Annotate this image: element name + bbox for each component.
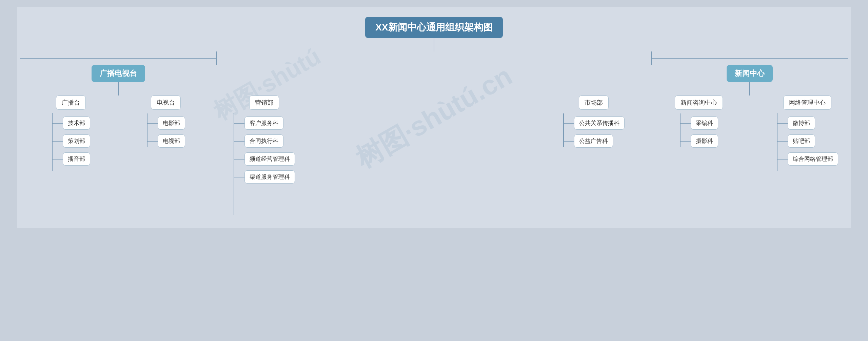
hl-qudao — [234, 177, 244, 177]
hline-right — [652, 58, 848, 59]
leaf-jishu: 技术部 — [63, 116, 90, 130]
leaf-hetongzx: 合同执行科 — [244, 134, 283, 148]
hl-jishu — [53, 123, 63, 124]
leaf-kehu: 客户服务科 — [244, 116, 283, 130]
root-vline — [434, 38, 434, 51]
node-guangbotai: 广播台 — [56, 95, 86, 110]
leaf-cehua: 策划部 — [63, 134, 90, 148]
hl-caibian — [680, 123, 691, 124]
leaf-caibian: 采编科 — [691, 116, 718, 130]
hl-weibo — [777, 123, 788, 124]
hl-gonggong — [564, 123, 574, 124]
leaf-qudao: 渠道服务管理科 — [244, 170, 295, 184]
org-chart: XX新闻中心通用组织架构图 广播电视台 — [24, 17, 844, 215]
hl-boyin — [53, 159, 63, 159]
node-guangbo: 广播电视台 — [92, 65, 145, 82]
leaf-sheying: 摄影科 — [691, 134, 718, 148]
leaf-weibo: 微博部 — [788, 116, 815, 130]
hl-dianshi — [147, 141, 158, 142]
root-node: XX新闻中心通用组织架构图 — [365, 17, 502, 38]
hl-pindao — [234, 159, 244, 159]
hl-cehua — [53, 141, 63, 142]
hl-hetongzx — [234, 141, 244, 142]
hl-sheying — [680, 141, 691, 142]
hl-dianying — [147, 123, 158, 124]
hl-kehu — [234, 123, 244, 124]
node-xinwenzx: 新闻咨询中心 — [675, 95, 723, 110]
hl-gongyi — [564, 141, 574, 142]
leaf-gongyi: 公益广告科 — [574, 134, 613, 148]
hl-zonghe — [777, 159, 788, 159]
vline-gb2 — [118, 82, 119, 95]
chart-container: 树图·shùtú.cn 树图·shùtú XX新闻中心通用组织架构图 广播电视台 — [17, 7, 851, 228]
leaf-pindao: 频道经营管理科 — [244, 152, 295, 166]
vline-xw2 — [749, 82, 750, 95]
node-xinwen: 新闻中心 — [727, 65, 773, 82]
leaf-tieba: 贴吧部 — [788, 134, 815, 148]
leaf-boyin: 播音部 — [63, 152, 90, 166]
leaf-dianying: 电影部 — [158, 116, 185, 130]
leaf-dianshi: 电视部 — [158, 134, 185, 148]
leaf-gonggong: 公共关系传播科 — [574, 116, 625, 130]
hline-left — [20, 58, 216, 59]
node-shichang: 市场部 — [579, 95, 609, 110]
node-dianshitai: 电视台 — [151, 95, 181, 110]
node-wangluo: 网络管理中心 — [783, 95, 831, 110]
leaf-zonghe: 综合网络管理部 — [788, 152, 838, 166]
node-yingxiao: 营销部 — [249, 95, 279, 110]
vline-gb — [216, 51, 217, 65]
hl-tieba — [777, 141, 788, 142]
